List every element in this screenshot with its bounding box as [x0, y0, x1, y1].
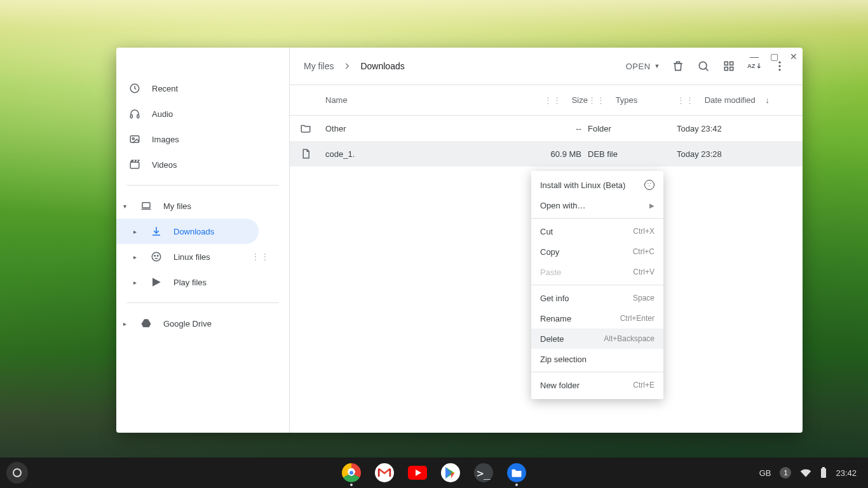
battery-icon: [820, 467, 827, 478]
svg-rect-20: [821, 468, 826, 478]
sidebar-item-linux-files[interactable]: ▸ Linux files ⋮⋮: [116, 244, 259, 269]
divider: [126, 302, 279, 303]
file-type: Folder: [588, 124, 677, 133]
file-date: Today 23:28: [677, 149, 785, 159]
search-icon: [697, 60, 710, 72]
table-row[interactable]: code_1. 60.9 MB DEB file Today 23:28: [290, 141, 803, 166]
sidebar-item-recent[interactable]: Recent: [116, 76, 259, 101]
menu-zip[interactable]: Zip selection: [531, 349, 663, 369]
sidebar-item-label: My files: [163, 201, 191, 211]
file-size: --: [512, 124, 588, 133]
more-options-button[interactable]: [767, 53, 792, 79]
chevron-right-icon: ▸: [130, 279, 139, 286]
delete-button[interactable]: [665, 53, 691, 79]
svg-rect-6: [142, 203, 150, 208]
menu-copy[interactable]: CopyCtrl+C: [531, 241, 663, 262]
file-date: Today 23:42: [677, 124, 785, 133]
sidebar-item-label: Downloads: [173, 227, 214, 236]
svg-rect-5: [130, 162, 139, 168]
status-tray[interactable]: GB 1 23:42: [759, 467, 862, 478]
file-icon: [300, 148, 325, 159]
chevron-right-icon: ▸: [130, 254, 139, 261]
drive-icon: [140, 318, 152, 329]
file-name: code_1.: [325, 149, 512, 159]
svg-text:AZ: AZ: [747, 62, 756, 69]
breadcrumb-current: Downloads: [360, 61, 404, 71]
table-header: Name ⋮⋮ Size ⋮⋮ Types ⋮⋮ Date modified ↓: [290, 85, 803, 116]
app-files[interactable]: [507, 463, 526, 482]
menu-delete[interactable]: DeleteAlt+Backspace: [531, 329, 663, 349]
clapboard-icon: [129, 159, 140, 170]
sidebar-item-images[interactable]: Images: [116, 126, 259, 152]
col-name[interactable]: Name: [325, 95, 512, 105]
sidebar-item-google-drive[interactable]: ▸ Google Drive: [116, 311, 259, 336]
sidebar-item-videos[interactable]: Videos: [116, 152, 259, 177]
svg-rect-13: [724, 67, 728, 71]
open-label: OPEN: [626, 62, 651, 71]
sidebar-item-play-files[interactable]: ▸ Play files: [116, 269, 259, 295]
image-icon: [129, 133, 140, 145]
sort-button[interactable]: AZ: [742, 53, 767, 79]
launcher-icon: [13, 468, 22, 477]
menu-new-folder[interactable]: New folderCtrl+E: [531, 375, 663, 395]
shelf: >_ GB 1 23:42: [0, 458, 868, 488]
col-size[interactable]: ⋮⋮ Size: [512, 95, 588, 105]
table-row[interactable]: Other -- Folder Today 23:42: [290, 116, 803, 141]
clock-icon: [129, 83, 140, 94]
file-table: Name ⋮⋮ Size ⋮⋮ Types ⋮⋮ Date modified ↓…: [290, 85, 803, 166]
drag-handle-icon[interactable]: ⋮⋮: [251, 252, 270, 262]
menu-install-linux[interactable]: Install with Linux (Beta) ∵: [531, 175, 663, 195]
grid-view-button[interactable]: [716, 53, 742, 79]
sidebar-item-label: Images: [152, 135, 179, 144]
files-window: — ▢ ✕ Recent Audio Images: [116, 48, 803, 433]
locale-indicator: GB: [759, 468, 771, 478]
menu-get-info[interactable]: Get infoSpace: [531, 288, 663, 308]
svg-rect-11: [724, 62, 728, 65]
sidebar-item-label: Google Drive: [163, 319, 212, 329]
file-size: 60.9 MB: [512, 149, 588, 159]
file-type: DEB file: [588, 149, 677, 159]
drag-handle-icon[interactable]: ⋮⋮: [677, 95, 695, 105]
chevron-down-icon: ▾: [120, 203, 129, 210]
drag-handle-icon[interactable]: ⋮⋮: [588, 95, 606, 105]
sidebar-item-my-files[interactable]: ▾ My files: [116, 193, 259, 219]
col-types[interactable]: ⋮⋮ Types: [588, 95, 677, 105]
sidebar-item-label: Videos: [152, 160, 177, 170]
search-button[interactable]: [691, 53, 716, 79]
app-youtube[interactable]: [408, 463, 427, 482]
chevron-right-icon: ▸: [130, 228, 139, 235]
col-date[interactable]: ⋮⋮ Date modified ↓: [677, 95, 785, 105]
sidebar-item-downloads[interactable]: ▸ Downloads: [116, 219, 259, 244]
svg-rect-2: [137, 115, 139, 118]
notification-count[interactable]: 1: [780, 467, 791, 478]
breadcrumb-root[interactable]: My files: [304, 61, 334, 71]
svg-point-16: [778, 62, 780, 64]
svg-point-9: [158, 255, 159, 257]
sidebar-item-audio[interactable]: Audio: [116, 101, 259, 126]
file-name: Other: [325, 124, 512, 133]
app-gmail[interactable]: [375, 463, 394, 482]
wifi-icon: [800, 468, 811, 477]
clock: 23:42: [836, 468, 857, 478]
context-menu: Install with Linux (Beta) ∵ Open with… ▶…: [531, 171, 663, 399]
app-chrome[interactable]: [342, 463, 361, 482]
open-menu-button[interactable]: OPEN ▼: [621, 62, 665, 71]
svg-point-8: [154, 255, 156, 257]
app-play-store[interactable]: [441, 463, 460, 482]
menu-rename[interactable]: RenameCtrl+Enter: [531, 308, 663, 329]
folder-icon: [300, 123, 325, 134]
sidebar-item-label: Play files: [173, 278, 207, 287]
menu-cut[interactable]: CutCtrl+X: [531, 221, 663, 241]
app-terminal[interactable]: >_: [474, 463, 493, 482]
svg-rect-12: [730, 62, 733, 65]
svg-rect-14: [730, 67, 733, 71]
headphones-icon: [129, 108, 140, 119]
arrow-down-icon: ↓: [765, 95, 770, 105]
svg-rect-21: [822, 467, 825, 468]
sidebar-item-label: Recent: [152, 84, 178, 93]
drag-handle-icon[interactable]: ⋮⋮: [544, 95, 562, 105]
toolbar: My files Downloads OPEN ▼: [290, 48, 803, 85]
launcher-button[interactable]: [6, 462, 28, 484]
divider: [126, 185, 279, 186]
menu-open-with[interactable]: Open with… ▶: [531, 195, 663, 215]
